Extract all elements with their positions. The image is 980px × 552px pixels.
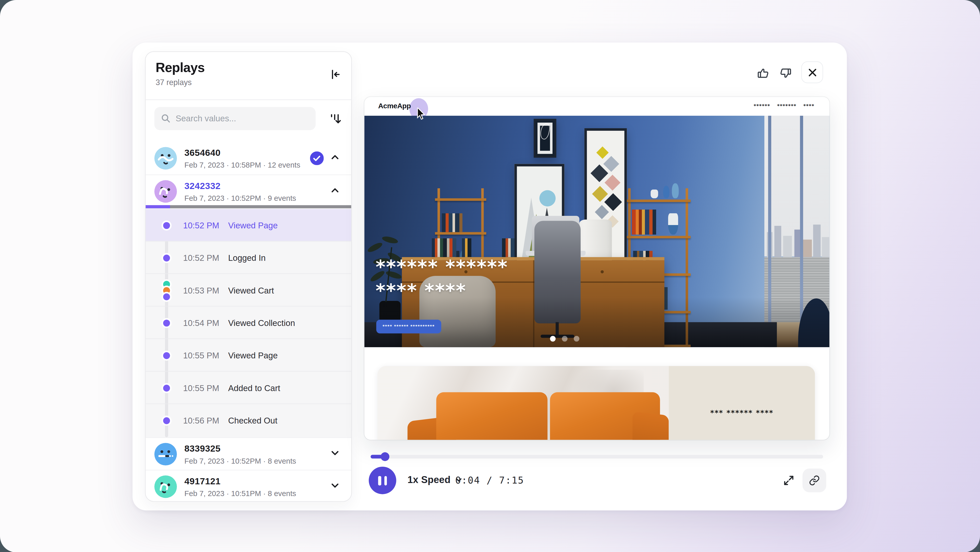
screen: Replays 37 replays <box>0 0 980 552</box>
event-time: 10:55 PM <box>183 383 220 393</box>
shelf-vase <box>672 183 679 198</box>
replayed-app-bar: AcmeApp ****** ******* **** <box>364 97 829 116</box>
event-dot-orange <box>163 287 170 294</box>
couch-arm <box>632 412 669 440</box>
sort-descending-icon <box>329 112 342 126</box>
expand-icon <box>783 474 795 487</box>
event-time: 10:53 PM <box>183 286 220 295</box>
carousel-dot <box>562 336 567 341</box>
link-icon <box>809 475 820 486</box>
avatar <box>154 443 177 466</box>
masked-nav-item: ****** <box>754 103 770 109</box>
avatar <box>154 147 177 170</box>
replay-viewport: AcmeApp ****** ******* **** <box>364 97 829 440</box>
product-masked-text: *** ****** **** <box>669 408 815 417</box>
event-dot-purple <box>163 294 170 300</box>
event-row[interactable]: 10:55 PM Viewed Page <box>146 339 352 372</box>
hero-cta-button: **** ****** ********** <box>376 319 441 333</box>
event-label: Checked Out <box>228 416 277 426</box>
masked-nav-item: **** <box>803 103 815 109</box>
event-dot <box>163 417 170 424</box>
event-row[interactable]: 10:52 PM Viewed Page <box>146 209 352 241</box>
event-time: 10:52 PM <box>183 254 220 263</box>
product-text-panel: *** ****** **** <box>669 366 815 440</box>
thumbs-down-icon <box>778 65 793 81</box>
event-label: Viewed Page <box>228 221 278 230</box>
session-id: 3242332 <box>184 181 221 191</box>
event-row[interactable]: 10:56 PM Checked Out <box>146 404 352 437</box>
divider <box>146 99 352 100</box>
session-id: 3654640 <box>184 148 221 158</box>
close-icon <box>807 67 817 77</box>
hero-headline-line1: ****** ****** <box>375 256 508 278</box>
search-input[interactable] <box>154 107 316 130</box>
collapse-left-icon <box>329 68 341 81</box>
player-progress-fill <box>371 455 384 458</box>
session-progress-fill <box>146 205 170 208</box>
shelf-vase <box>668 213 678 235</box>
couch-cushion <box>436 392 547 440</box>
event-time: 10:52 PM <box>183 221 220 230</box>
replay-modal: Replays 37 replays <box>132 43 847 511</box>
session-meta: Feb 7, 2023 · 10:51PM · 8 events <box>184 489 296 498</box>
carousel-dots <box>364 336 764 341</box>
window-skyline <box>764 221 829 257</box>
event-dot <box>163 255 170 262</box>
collapse-sidebar-button[interactable] <box>328 67 342 82</box>
product-photo <box>377 366 669 440</box>
masked-nav-item: ******* <box>777 103 797 109</box>
hero-headline-line2: **** **** <box>375 280 466 302</box>
event-dot <box>163 319 170 327</box>
session-meta: Feb 7, 2023 · 10:58PM · 12 events <box>184 161 300 169</box>
copy-link-button[interactable] <box>802 469 826 492</box>
replay-count: 37 replays <box>156 78 192 87</box>
session-id: 8339325 <box>184 444 221 453</box>
event-time: 10:56 PM <box>183 416 220 426</box>
replayed-hero-image: ****** ****** **** **** **** ****** ****… <box>364 116 829 347</box>
avatar <box>154 180 177 203</box>
replay-cursor-icon <box>417 107 427 120</box>
event-label: Viewed Page <box>228 351 278 361</box>
event-label: Logged In <box>228 254 266 263</box>
shelf-bowl <box>651 190 658 198</box>
replays-sidebar: Replays 37 replays <box>145 51 352 502</box>
close-button[interactable] <box>801 61 823 83</box>
event-dot <box>163 222 170 229</box>
fullscreen-button[interactable] <box>781 473 796 488</box>
event-label: Viewed Cart <box>228 286 274 295</box>
replayed-app-logo: AcmeApp <box>378 102 411 109</box>
sort-button[interactable] <box>328 111 344 127</box>
carousel-dot <box>573 336 579 341</box>
check-badge-icon <box>310 152 324 165</box>
session-row-8339325[interactable]: 8339325 Feb 7, 2023 · 10:52PM · 8 events <box>146 437 352 471</box>
thumbs-down-button[interactable] <box>777 65 793 81</box>
event-row[interactable]: 10:53 PM Viewed Cart <box>146 274 352 306</box>
replayed-product-card: *** ****** **** <box>377 366 815 440</box>
event-row[interactable]: 10:54 PM Viewed Collection <box>146 306 352 339</box>
session-meta: Feb 7, 2023 · 10:52PM · 8 events <box>184 457 296 466</box>
event-dot-teal <box>163 281 170 288</box>
thumbs-up-button[interactable] <box>756 65 772 81</box>
event-dot <box>163 352 170 359</box>
replayed-app-nav: ****** ******* **** <box>754 103 815 109</box>
player-progress-handle[interactable] <box>380 452 389 461</box>
playback-time: 0:04 / 7:15 <box>132 475 847 486</box>
event-list: 10:52 PM Viewed Page 10:52 PM Logged In … <box>146 209 352 437</box>
session-row-3654640[interactable]: 3654640 Feb 7, 2023 · 10:58PM · 12 event… <box>146 142 352 175</box>
session-row-3242332[interactable]: 3242332 Feb 7, 2023 · 10:52PM · 9 events <box>146 175 352 209</box>
player-progress-track[interactable] <box>371 455 823 458</box>
event-row[interactable]: 10:55 PM Added to Cart <box>146 372 352 404</box>
event-label: Viewed Collection <box>228 319 295 328</box>
thumbs-up-icon <box>756 65 771 81</box>
chevron-up-icon[interactable] <box>330 185 342 198</box>
shelf-vase <box>663 186 669 198</box>
event-time: 10:55 PM <box>183 351 220 361</box>
session-progress-track[interactable] <box>146 205 352 208</box>
chevron-down-icon[interactable] <box>330 448 342 460</box>
chevron-up-icon[interactable] <box>330 152 342 164</box>
event-label: Added to Cart <box>228 383 280 393</box>
event-time: 10:54 PM <box>183 319 220 328</box>
wall-frame-sketch <box>534 119 556 158</box>
event-row[interactable]: 10:52 PM Logged In <box>146 241 352 274</box>
sidebar-title: Replays <box>156 60 205 75</box>
